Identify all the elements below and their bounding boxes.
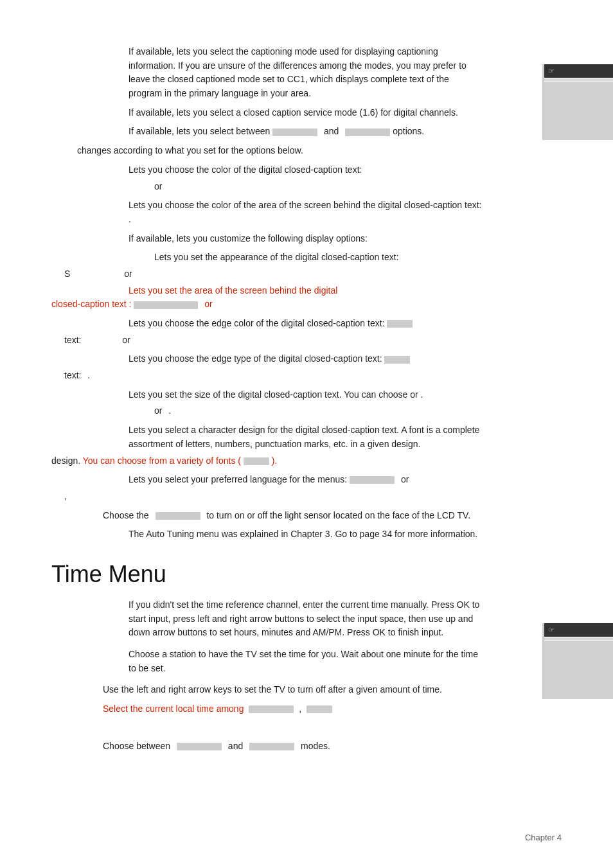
para13-prefix: Lets you select your preferred language …	[129, 474, 347, 484]
blank-size-dot: .	[168, 405, 171, 416]
time-para1: If you didn't set the time reference cha…	[51, 598, 484, 640]
time-menu-heading: Time Menu	[51, 561, 484, 588]
or-label-11: or	[154, 405, 162, 416]
blank-mode2	[249, 743, 294, 750]
para5-text: Lets you choose the color of the digital…	[129, 164, 362, 175]
blank-edge-2	[384, 356, 410, 364]
para10-prefix: Lets you choose the edge type of the dig…	[129, 353, 382, 364]
para-font-design: Lets you select a character design for t…	[51, 423, 484, 451]
time-para5-suffix: modes.	[301, 741, 330, 751]
para-font-design-label: design.	[51, 456, 83, 466]
red-line1: Lets you set the area of the screen behi…	[51, 284, 484, 298]
text-label: text:	[64, 335, 81, 345]
para10-row2: text: .	[51, 369, 484, 383]
para-customize: If available, lets you customize the fol…	[51, 232, 484, 246]
or-label-8: or	[124, 269, 132, 279]
blank-red-1	[134, 301, 198, 309]
time-para2: Choose a station to have the TV set the …	[51, 648, 484, 675]
para1-text: If available, lets you select the captio…	[129, 46, 466, 98]
para-font-red: design. You can choose from a variety of…	[51, 454, 484, 468]
time-para3: Use the left and right arrow keys to set…	[51, 683, 484, 697]
para-light-sensor: Choose the to turn on or off the light s…	[51, 509, 484, 523]
red-font-text: You can choose from a variety of fonts (	[83, 456, 241, 466]
time-para5: Choose between and modes.	[51, 740, 484, 754]
time-para4-suffix: ,	[299, 704, 301, 714]
para6-suffix: .	[129, 214, 131, 224]
para11-row2: or .	[51, 404, 484, 418]
para7-text: If available, lets you customize the fol…	[129, 233, 368, 244]
para-auto-tuning: The Auto Tuning menu was explained in Ch…	[51, 527, 484, 542]
spacer	[51, 724, 484, 740]
para3-suffix: options.	[393, 126, 424, 136]
time-para1-text: If you didn't set the time reference cha…	[129, 599, 479, 637]
para13-row2: ,	[51, 490, 484, 504]
chapter-footer: Chapter 4	[525, 833, 562, 842]
para9-or: or	[122, 335, 130, 345]
content-area: If available, lets you select the captio…	[51, 45, 484, 753]
para13-or: or	[401, 474, 409, 484]
para-edge-type: Lets you choose the edge type of the dig…	[51, 352, 484, 366]
page-container: If available, lets you select the captio…	[0, 0, 613, 868]
text-label2: text:	[64, 370, 81, 380]
red-line1-text: Lets you set the area of the screen behi…	[129, 285, 337, 296]
blank-edge-1	[387, 320, 413, 328]
time-para2-text: Choose a station to have the TV set the …	[129, 649, 478, 673]
comma-dot: ,	[64, 491, 67, 501]
s-label: S	[64, 269, 70, 279]
blank-font	[244, 457, 269, 465]
para3-and: and	[324, 126, 339, 136]
red-line2-prefix: closed-caption text :	[51, 299, 132, 309]
para10-suffix: .	[87, 370, 90, 380]
para12-text: Lets you select a character design for t…	[129, 425, 479, 449]
para8-text: Lets you set the appearance of the digit…	[154, 252, 399, 262]
para-captioning-mode: If available, lets you select the captio…	[51, 45, 484, 101]
or-label-5: or	[154, 181, 162, 191]
time-para4-red: Select the current local time among	[103, 704, 244, 714]
para6-prefix: Lets you choose the color of the area of…	[129, 200, 481, 210]
time-para3-text: Use the left and right arrow keys to set…	[103, 684, 442, 695]
red-font-suffix: ).	[272, 456, 278, 466]
blank-sensor	[155, 512, 200, 520]
blank-lang1	[350, 476, 395, 484]
blank-option2	[345, 128, 390, 136]
red-line2: closed-caption text : or	[51, 297, 484, 312]
time-para5-and: and	[228, 741, 243, 751]
para9-prefix: Lets you choose the edge color of the di…	[129, 318, 384, 328]
para14-suffix: to turn on or off the light sensor locat…	[206, 510, 470, 520]
para3-prefix: If available, lets you select between	[129, 126, 270, 136]
blank-local-time	[249, 705, 294, 713]
para9-row2: text: or	[51, 333, 484, 348]
para2-text: If available, lets you select a closed c…	[129, 107, 458, 118]
para15-text: The Auto Tuning menu was explained in Ch…	[129, 529, 477, 539]
para-color-area: Lets you choose the color of the area of…	[51, 199, 484, 226]
red-line2-or: or	[204, 299, 212, 309]
blank-mode1	[177, 743, 222, 750]
para-changes-according: changes according to what you set for th…	[51, 144, 484, 158]
s-label-row: S or	[51, 267, 484, 281]
para-appearance: Lets you set the appearance of the digit…	[51, 251, 484, 265]
para-language: Lets you select your preferred language …	[51, 473, 484, 487]
blank-option1	[272, 128, 317, 136]
para5-or: or	[51, 180, 484, 194]
para4-text: changes according to what you set for th…	[77, 145, 303, 155]
para-select-between: If available, lets you select between an…	[51, 125, 484, 139]
para-size: Lets you set the size of the digital clo…	[51, 388, 484, 402]
para14-prefix: Choose the	[103, 510, 149, 520]
chapter-text: Chapter 4	[525, 833, 562, 842]
time-para5-prefix: Choose between	[103, 741, 170, 751]
para-color-text: Lets you choose the color of the digital…	[51, 163, 484, 177]
time-para4: Select the current local time among ,	[51, 702, 484, 716]
para11-text: Lets you set the size of the digital clo…	[129, 389, 423, 400]
blank-local-time2	[306, 705, 332, 713]
top-content: If available, lets you select the captio…	[51, 45, 484, 753]
para-edge-color: Lets you choose the edge color of the di…	[51, 317, 484, 331]
para-service-mode: If available, lets you select a closed c…	[51, 106, 484, 120]
